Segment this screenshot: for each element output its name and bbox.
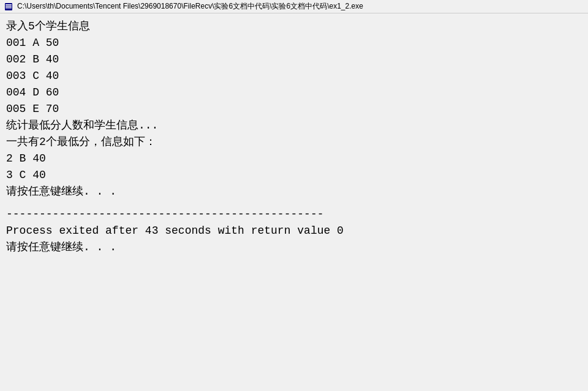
- console-output: 录入5个学生信息 001 A 50 002 B 40 003 C 40 004 …: [0, 13, 588, 391]
- console-line-7: 统计最低分人数和学生信息...: [6, 117, 582, 134]
- console-line-10: 2 B 40: [6, 151, 582, 167]
- console-line-3: 003 C 40: [6, 68, 582, 84]
- console-window: C:\Users\th\Documents\Tencent Files\2969…: [0, 0, 588, 391]
- window-icon: [4, 2, 13, 12]
- console-line-12: 请按任意键继续. . .: [6, 184, 582, 200]
- svg-rect-3: [6, 7, 12, 9]
- svg-rect-2: [6, 6, 12, 7]
- console-line-1: 001 A 50: [6, 35, 582, 51]
- bottom-section: ----------------------------------------…: [6, 206, 582, 256]
- console-line-0: 录入5个学生信息: [6, 18, 582, 35]
- console-line-9: 一共有2个最低分，信息如下：: [6, 134, 582, 151]
- console-line-4: 004 D 60: [6, 84, 582, 101]
- bottom-line-0: Process exited after 43 seconds with ret…: [6, 223, 582, 239]
- console-line-5: 005 E 70: [6, 101, 582, 117]
- title-bar-text: C:\Users\th\Documents\Tencent Files\2969…: [17, 1, 363, 12]
- console-line-2: 002 B 40: [6, 51, 582, 68]
- divider: ----------------------------------------…: [6, 206, 582, 223]
- svg-rect-1: [6, 4, 12, 6]
- title-bar: C:\Users\th\Documents\Tencent Files\2969…: [0, 0, 588, 13]
- console-line-11: 3 C 40: [6, 167, 582, 184]
- bottom-line-1: 请按任意键继续. . .: [6, 239, 582, 256]
